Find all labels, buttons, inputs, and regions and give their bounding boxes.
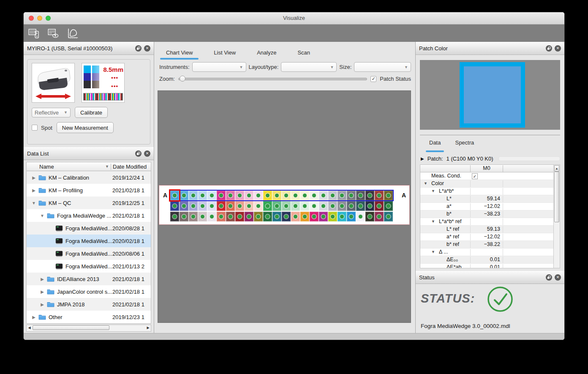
color-patch[interactable] xyxy=(282,191,291,200)
patch-status-checkbox[interactable]: ✓ xyxy=(370,76,376,82)
color-patch[interactable] xyxy=(328,191,337,200)
table-row[interactable]: ▼L*a*b* ref xyxy=(420,218,560,226)
color-patch[interactable] xyxy=(189,191,198,200)
tree-folder-row[interactable]: ▶IDEAlliance 20132021/02/18 1 xyxy=(27,273,151,285)
disclosure-triangle-icon[interactable]: ▶ xyxy=(40,277,44,281)
table-vertical-scrollbar[interactable]: ▲ xyxy=(553,165,560,268)
column-header-date[interactable]: Date Modified xyxy=(111,164,151,170)
float-panel-icon[interactable] xyxy=(546,45,552,52)
color-patch[interactable] xyxy=(291,191,300,200)
disclosure-triangle-icon[interactable]: ▶ xyxy=(40,289,44,294)
table-row[interactable]: L* ref59.13 xyxy=(420,226,560,233)
color-patch[interactable] xyxy=(245,191,253,200)
layout-type-select[interactable]: ▼ xyxy=(281,62,337,72)
disclosure-triangle-icon[interactable]: ▼ xyxy=(431,189,435,193)
color-patch[interactable] xyxy=(235,212,244,221)
meas-cond-checkbox[interactable]: ✓ xyxy=(472,173,478,179)
tab-chart-view[interactable]: Chart View xyxy=(163,49,196,60)
color-patch[interactable] xyxy=(226,201,235,211)
color-patch[interactable] xyxy=(310,191,318,200)
tree-file-row[interactable]: Fogra MediaWed...2020/08/06 1 xyxy=(27,247,151,260)
chart-instrument-icon[interactable] xyxy=(28,27,40,39)
disclosure-triangle-icon[interactable]: ▶ xyxy=(32,175,36,180)
color-patch[interactable] xyxy=(170,212,179,221)
color-patch[interactable] xyxy=(170,201,179,211)
color-patch[interactable] xyxy=(328,212,337,221)
color-patch[interactable] xyxy=(263,201,272,211)
patch-color-tab-data[interactable]: Data xyxy=(427,139,442,152)
color-patch[interactable] xyxy=(272,191,281,200)
disclosure-triangle-icon[interactable]: ▶ xyxy=(32,188,36,193)
color-patch[interactable] xyxy=(245,212,253,221)
new-measurement-button[interactable]: New Measurement xyxy=(57,122,114,133)
close-panel-icon[interactable]: ✕ xyxy=(555,274,561,281)
table-row[interactable]: ΔE₀₀0.01 xyxy=(420,256,560,264)
color-patch[interactable] xyxy=(207,201,216,211)
scroll-up-icon[interactable]: ▲ xyxy=(554,165,559,172)
color-patch[interactable] xyxy=(338,212,346,221)
float-panel-icon[interactable] xyxy=(546,274,552,281)
tree-folder-row[interactable]: ▼KM – QC2019/12/25 1 xyxy=(27,197,151,209)
table-row[interactable]: Meas. Cond.✓ xyxy=(420,172,560,180)
tree-file-row[interactable]: Fogra MediaWed...2021/01/13 2 xyxy=(27,260,151,273)
color-patch[interactable] xyxy=(310,212,318,221)
color-patch[interactable] xyxy=(356,212,365,221)
tab-analyze[interactable]: Analyze xyxy=(253,49,280,60)
tree-file-row[interactable]: Fogra MediaWed...2020/08/28 1 xyxy=(27,222,151,235)
color-patch[interactable] xyxy=(254,201,263,211)
color-patch[interactable] xyxy=(263,212,272,221)
tree-folder-row[interactable]: ▶KM – Profiling2021/02/18 1 xyxy=(27,184,151,197)
column-header-name[interactable]: Name ▼ xyxy=(27,164,111,170)
scrollbar-thumb[interactable] xyxy=(33,325,109,330)
zoom-slider-handle[interactable] xyxy=(180,76,185,82)
disclosure-triangle-icon[interactable]: ▼ xyxy=(40,213,44,218)
color-patch[interactable] xyxy=(375,191,384,200)
color-patch[interactable] xyxy=(180,191,188,200)
chart-view-icon[interactable] xyxy=(47,27,59,39)
disclosure-triangle-icon[interactable]: ▶ xyxy=(421,156,424,161)
scroll-left-icon[interactable]: ◀ xyxy=(27,325,32,330)
color-patch[interactable] xyxy=(272,201,281,211)
color-patch[interactable] xyxy=(300,201,309,211)
color-patch[interactable] xyxy=(180,201,188,211)
close-panel-icon[interactable]: ✕ xyxy=(144,45,150,52)
chart-canvas[interactable]: A A xyxy=(158,90,411,323)
float-panel-icon[interactable] xyxy=(135,45,142,52)
color-patch[interactable] xyxy=(356,201,365,211)
color-patch[interactable] xyxy=(254,212,263,221)
color-patch[interactable] xyxy=(189,212,198,221)
color-patch[interactable] xyxy=(282,212,291,221)
tree-file-row[interactable]: Fogra MediaWed...2020/02/18 1 xyxy=(27,235,151,247)
color-patch[interactable] xyxy=(310,201,318,211)
table-row[interactable]: b* ref−38.22 xyxy=(420,241,560,248)
table-row[interactable]: b*−38.23 xyxy=(420,210,560,218)
color-patch[interactable] xyxy=(384,201,393,211)
color-patch[interactable] xyxy=(226,212,235,221)
color-patch[interactable] xyxy=(235,201,244,211)
color-patch[interactable] xyxy=(207,212,216,221)
disclosure-triangle-icon[interactable]: ▼ xyxy=(424,181,427,186)
disclosure-triangle-icon[interactable]: ▼ xyxy=(32,201,36,205)
disclosure-triangle-icon[interactable]: ▼ xyxy=(431,219,435,224)
color-patch[interactable] xyxy=(217,201,226,211)
size-select[interactable]: ▼ xyxy=(354,62,411,72)
table-row[interactable]: L*59.14 xyxy=(420,195,560,203)
color-patch[interactable] xyxy=(291,212,300,221)
color-patch[interactable] xyxy=(338,191,346,200)
color-patch[interactable] xyxy=(189,201,198,211)
color-patch[interactable] xyxy=(338,201,346,211)
color-patch[interactable] xyxy=(180,212,188,221)
color-patch[interactable] xyxy=(207,191,216,200)
table-row[interactable]: ▼Color xyxy=(420,180,560,188)
color-patch[interactable] xyxy=(365,201,374,211)
float-panel-icon[interactable] xyxy=(135,150,142,157)
tree-folder-row[interactable]: ▶KM – Calibration2019/12/24 1 xyxy=(27,171,151,184)
tree-folder-row[interactable]: ▼Fogra MediaWedge ...2021/02/18 1 xyxy=(27,209,151,222)
color-patch[interactable] xyxy=(235,191,244,200)
color-patch[interactable] xyxy=(300,191,309,200)
color-patch[interactable] xyxy=(217,212,226,221)
close-panel-icon[interactable]: ✕ xyxy=(144,150,150,157)
color-patch[interactable] xyxy=(347,201,356,211)
color-patch[interactable] xyxy=(198,201,207,211)
tree-folder-row[interactable]: ▶JapanColor control s...2021/02/18 1 xyxy=(27,285,151,298)
